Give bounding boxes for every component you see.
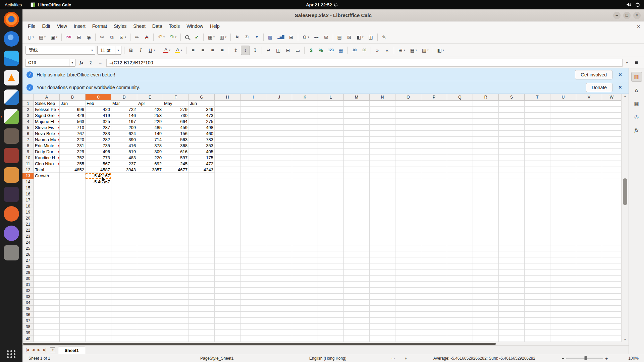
row-header-14[interactable]: 14 (22, 179, 34, 185)
name-box[interactable]: C13 ▾ (25, 59, 75, 67)
cell-R32[interactable] (473, 288, 499, 294)
dock-firefox[interactable] (4, 12, 19, 27)
cell-D1[interactable]: Mar (111, 101, 137, 107)
font-size-combobox[interactable]: 11 pt▾ (97, 46, 121, 55)
cell-M9[interactable] (344, 149, 370, 155)
cell-H39[interactable] (215, 330, 240, 336)
menu-data[interactable]: Data (149, 22, 166, 30)
cell-I27[interactable] (240, 257, 266, 263)
cell-J34[interactable] (266, 300, 292, 306)
cell-M19[interactable] (344, 209, 370, 215)
cell-H34[interactable] (215, 300, 240, 306)
cell-U8[interactable] (550, 143, 576, 149)
cell-C37[interactable] (86, 318, 111, 324)
print-button[interactable]: ⊟ (74, 33, 84, 42)
cell-N10[interactable] (370, 155, 395, 161)
cell-W18[interactable] (602, 203, 621, 209)
cell-J20[interactable] (266, 215, 292, 221)
cell-Q1[interactable] (447, 101, 473, 107)
cell-A1[interactable]: Sales Rep (34, 101, 60, 107)
cell-H3[interactable] (215, 113, 240, 119)
cell-I32[interactable] (240, 288, 266, 294)
cell-M35[interactable] (344, 306, 370, 312)
cell-U18[interactable] (550, 203, 576, 209)
cell-L13[interactable] (318, 173, 344, 179)
cell-H19[interactable] (215, 209, 240, 215)
dropdown-arrow-icon[interactable]: ▾ (44, 36, 46, 39)
cell-B33[interactable] (60, 294, 86, 300)
cell-D32[interactable] (111, 288, 137, 294)
cell-B1[interactable]: Jan (60, 101, 86, 107)
cell-V9[interactable] (576, 149, 602, 155)
increase-indent-button[interactable]: » (373, 46, 382, 55)
cell-I13[interactable] (240, 173, 266, 179)
cell-N35[interactable] (370, 306, 395, 312)
zoom-slider[interactable] (566, 358, 603, 359)
cell-M17[interactable] (344, 197, 370, 203)
cell-A39[interactable] (34, 330, 60, 336)
cell-P26[interactable] (421, 251, 447, 257)
cell-E8[interactable]: 378 (137, 143, 163, 149)
format-as-date-button[interactable]: ▦ (336, 46, 345, 55)
cell-K15[interactable] (292, 185, 318, 191)
cell-R31[interactable] (473, 282, 499, 288)
cell-R22[interactable] (473, 227, 499, 233)
cell-F12[interactable]: 4677 (163, 167, 189, 173)
cell-W17[interactable] (602, 197, 621, 203)
cell-E36[interactable] (137, 312, 163, 318)
cell-J6[interactable] (266, 131, 292, 137)
cell-D24[interactable] (111, 239, 137, 245)
cell-W20[interactable] (602, 215, 621, 221)
cell-G40[interactable] (189, 336, 215, 342)
dock-vlc[interactable] (4, 70, 19, 85)
cell-R29[interactable] (473, 269, 499, 276)
cell-K25[interactable] (292, 245, 318, 251)
cell-F21[interactable] (163, 221, 189, 227)
cell-P29[interactable] (421, 269, 447, 276)
cell-G39[interactable] (189, 330, 215, 336)
insert-column-button[interactable]: ▥▾ (217, 33, 228, 42)
cell-J38[interactable] (266, 324, 292, 330)
cell-S28[interactable] (499, 263, 525, 269)
cell-F19[interactable] (163, 209, 189, 215)
cell-W4[interactable] (602, 119, 621, 125)
row-header-34[interactable]: 34 (22, 300, 34, 306)
cell-D23[interactable] (111, 233, 137, 239)
cell-J35[interactable] (266, 306, 292, 312)
cell-G28[interactable] (189, 263, 215, 269)
cell-W19[interactable] (602, 209, 621, 215)
cell-U5[interactable] (550, 125, 576, 131)
cell-N34[interactable] (370, 300, 395, 306)
cell-P31[interactable] (421, 282, 447, 288)
cell-P18[interactable] (421, 203, 447, 209)
cell-A7[interactable]: Naoma Mc (34, 137, 60, 143)
cell-P25[interactable] (421, 245, 447, 251)
menu-sheet[interactable]: Sheet (130, 22, 149, 30)
cell-K6[interactable] (292, 131, 318, 137)
cell-I1[interactable] (240, 101, 266, 107)
cell-T22[interactable] (525, 227, 550, 233)
cell-U20[interactable] (550, 215, 576, 221)
cell-Q15[interactable] (447, 185, 473, 191)
cell-F8[interactable]: 368 (163, 143, 189, 149)
cell-U36[interactable] (550, 312, 576, 318)
cell-V5[interactable] (576, 125, 602, 131)
cell-O17[interactable] (395, 197, 421, 203)
first-sheet-button[interactable]: |◀ (24, 348, 30, 352)
cell-P24[interactable] (421, 239, 447, 245)
dock-settings[interactable] (4, 245, 19, 260)
cell-O11[interactable] (395, 161, 421, 167)
cell-G29[interactable] (189, 269, 215, 276)
next-sheet-button[interactable]: ▶ (36, 348, 41, 352)
cell-U38[interactable] (550, 324, 576, 330)
cell-I39[interactable] (240, 330, 266, 336)
cell-O8[interactable] (395, 143, 421, 149)
cell-Q10[interactable] (447, 155, 473, 161)
cell-D27[interactable] (111, 257, 137, 263)
cell-Q16[interactable] (447, 191, 473, 197)
cell-V35[interactable] (576, 306, 602, 312)
cell-Q35[interactable] (447, 306, 473, 312)
cell-W30[interactable] (602, 276, 621, 282)
get-involved-button[interactable]: Get involved (575, 70, 612, 79)
cell-G12[interactable]: 4243 (189, 167, 215, 173)
